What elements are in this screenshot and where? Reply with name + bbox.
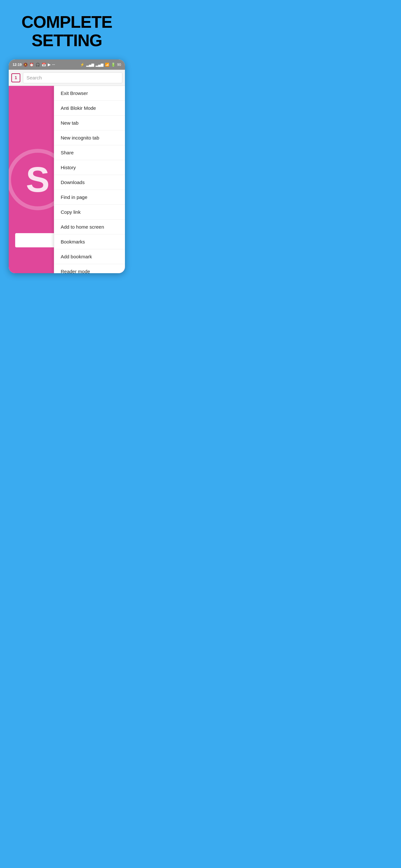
- menu-item-bookmarks[interactable]: Bookmarks: [54, 235, 125, 249]
- menu-item-exit-browser[interactable]: Exit Browser: [54, 86, 125, 101]
- logo-letter: S: [26, 162, 50, 197]
- bluetooth-icon: ⚡: [80, 63, 85, 67]
- wifi-icon: 📶: [105, 63, 110, 67]
- time: 12:19: [12, 63, 22, 66]
- menu-item-downloads[interactable]: Downloads: [54, 175, 125, 190]
- status-right: ⚡ ▂▄▆ ▂▄▆ 📶 🔋 90: [80, 63, 121, 67]
- status-bar: 12:19 🔕 ⏰ 🎧 📅 ▶ ··· ⚡ ▂▄▆ ▂▄▆ 📶 🔋 90: [9, 59, 125, 70]
- menu-item-reader-mode[interactable]: Reader mode: [54, 264, 125, 273]
- page-heading: COMPLETE SETTING: [15, 13, 119, 50]
- mute-icon: 🔕: [23, 63, 28, 67]
- status-left: 12:19 🔕 ⏰ 🎧 📅 ▶ ···: [12, 63, 55, 67]
- menu-item-add-to-home[interactable]: Add to home screen: [54, 220, 125, 235]
- menu-item-share[interactable]: Share: [54, 145, 125, 160]
- calendar-icon: 📅: [42, 63, 46, 67]
- play-icon: ▶: [48, 63, 50, 67]
- tab-indicator[interactable]: 1: [11, 73, 20, 82]
- browser-content: S Exit BrowserAnti Blokir ModeNew tabNew…: [9, 86, 125, 273]
- menu-item-new-incognito[interactable]: New incognito tab: [54, 130, 125, 145]
- battery-level: 90: [117, 63, 121, 66]
- phone-mockup: 12:19 🔕 ⏰ 🎧 📅 ▶ ··· ⚡ ▂▄▆ ▂▄▆ 📶 🔋 90 1 S…: [9, 59, 125, 273]
- battery-icon: 🔋: [111, 63, 116, 67]
- menu-item-new-tab[interactable]: New tab: [54, 116, 125, 130]
- menu-item-anti-blokir[interactable]: Anti Blokir Mode: [54, 101, 125, 116]
- menu-item-add-bookmark[interactable]: Add bookmark: [54, 249, 125, 264]
- signal2-icon: ▂▄▆: [96, 63, 103, 67]
- menu-item-find-in-page[interactable]: Find in page: [54, 190, 125, 205]
- search-bar[interactable]: Search: [23, 72, 122, 83]
- more-icon: ···: [52, 63, 55, 66]
- headset-icon: 🎧: [35, 63, 40, 67]
- menu-item-copy-link[interactable]: Copy link: [54, 205, 125, 220]
- alarm-icon: ⏰: [29, 63, 34, 67]
- browser-toolbar: 1 Search: [9, 70, 125, 86]
- signal1-icon: ▂▄▆: [86, 63, 94, 67]
- menu-item-history[interactable]: History: [54, 160, 125, 175]
- dropdown-menu: Exit BrowserAnti Blokir ModeNew tabNew i…: [54, 86, 125, 273]
- search-placeholder: Search: [27, 75, 42, 81]
